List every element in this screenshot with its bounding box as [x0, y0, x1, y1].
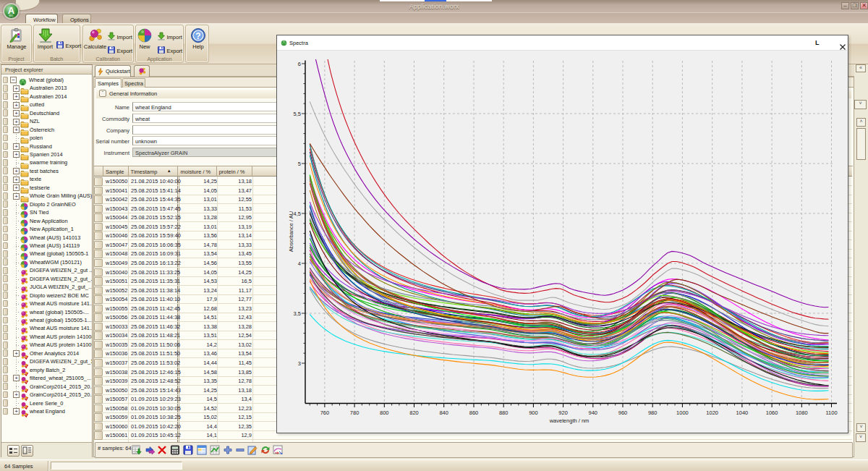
- svg-text:4: 4: [298, 260, 301, 267]
- svg-text:5: 5: [298, 161, 301, 167]
- svg-text:960: 960: [618, 410, 628, 416]
- svg-text:?: ?: [195, 30, 200, 41]
- svg-text:1080: 1080: [796, 410, 808, 416]
- svg-text:840: 840: [439, 410, 448, 416]
- svg-text:3: 3: [298, 360, 301, 367]
- svg-text:900: 900: [529, 410, 538, 416]
- svg-text:920: 920: [558, 410, 568, 416]
- svg-text:4,5: 4,5: [294, 211, 301, 217]
- svg-text:760: 760: [320, 410, 330, 416]
- svg-text:3,5: 3,5: [294, 310, 301, 317]
- svg-text:Absorbance / AU: Absorbance / AU: [288, 211, 294, 252]
- svg-text:wavelength / nm: wavelength / nm: [549, 417, 590, 424]
- svg-text:1040: 1040: [736, 410, 749, 416]
- svg-text:1020: 1020: [706, 410, 718, 416]
- svg-text:6: 6: [298, 61, 301, 67]
- svg-text:5,5: 5,5: [294, 111, 301, 117]
- svg-text:880: 880: [499, 410, 509, 416]
- svg-text:1060: 1060: [766, 410, 778, 416]
- svg-text:820: 820: [409, 410, 419, 416]
- svg-text:1000: 1000: [676, 410, 689, 416]
- svg-text:800: 800: [380, 410, 389, 416]
- svg-text:860: 860: [469, 410, 479, 416]
- svg-text:780: 780: [350, 410, 359, 416]
- svg-text:1100: 1100: [825, 410, 837, 416]
- svg-text:940: 940: [589, 410, 598, 416]
- svg-text:980: 980: [648, 410, 658, 416]
